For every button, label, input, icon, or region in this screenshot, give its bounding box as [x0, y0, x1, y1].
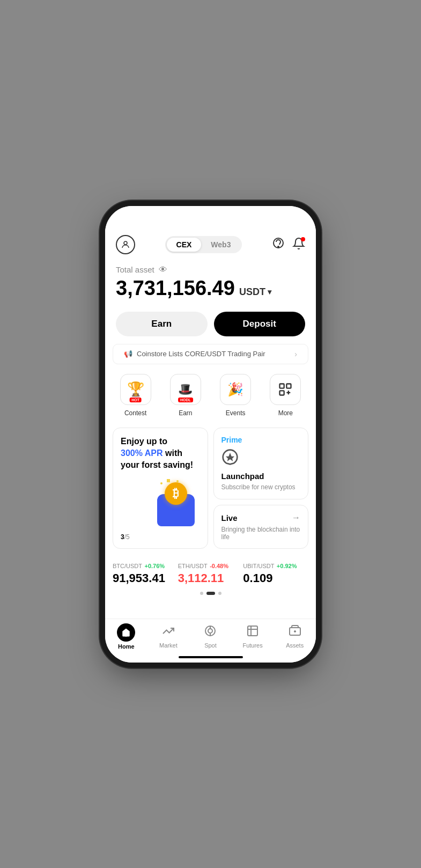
contest-icon: 🏆	[127, 381, 144, 398]
support-icon[interactable]	[272, 237, 285, 253]
mode-toggle: CEX Web3	[165, 236, 242, 253]
web3-tab[interactable]: Web3	[201, 238, 240, 252]
price-ticker: BTC/USDT +0.76% 91,953.41 ETH/USDT -0.48…	[105, 554, 316, 589]
apr-text: 300% APR	[121, 448, 163, 458]
cex-tab[interactable]: CEX	[167, 238, 202, 252]
svg-rect-3	[280, 384, 284, 388]
nav-futures-label: Futures	[242, 642, 262, 649]
futures-icon	[246, 624, 259, 641]
nav-market-label: Market	[159, 642, 178, 649]
nav-market[interactable]: Market	[147, 624, 190, 649]
header: CEX Web3	[105, 230, 316, 259]
nav-futures[interactable]: Futures	[232, 624, 274, 649]
contest-label: Contest	[124, 409, 146, 417]
eth-pair: ETH/USDT	[178, 563, 208, 569]
profile-icon[interactable]	[116, 235, 135, 254]
market-icon	[162, 624, 175, 641]
launchpad-card[interactable]: Prime Launchpad Subscribe for new crypto…	[213, 428, 309, 500]
notification-badge	[301, 237, 305, 241]
live-arrow: →	[292, 513, 300, 523]
home-indicator	[105, 652, 316, 663]
announcement-bar[interactable]: 📢 Coinstore Lists CORE/USDT Trading Pair…	[113, 344, 308, 364]
quick-access-more[interactable]: More	[267, 374, 304, 417]
btc-price: 91,953.41	[113, 571, 178, 585]
nav-home[interactable]: Home	[105, 623, 147, 650]
card-pagination: 33/5/5	[121, 533, 200, 541]
ubit-change: +0.92%	[277, 563, 297, 569]
announcement-arrow: ›	[294, 350, 297, 358]
svg-point-2	[278, 246, 279, 247]
earn-card-title: Enjoy up to 300% APR with your forst sav…	[121, 436, 200, 472]
currency-dropdown-icon[interactable]: ▾	[268, 288, 271, 296]
ticker-eth[interactable]: ETH/USDT -0.48% 3,112.11	[178, 561, 243, 585]
ubit-pair: UBIT/USDT	[243, 563, 274, 569]
nav-spot[interactable]: Spot	[189, 624, 232, 649]
action-buttons: Earn Deposit	[105, 304, 316, 344]
ticker-btc[interactable]: BTC/USDT +0.76% 91,953.41	[113, 561, 178, 585]
dot-1	[200, 592, 203, 595]
assets-icon	[289, 624, 301, 641]
notification-icon[interactable]	[292, 237, 305, 252]
more-icon	[278, 382, 293, 397]
earn-button[interactable]: Earn	[116, 312, 208, 336]
btc-pair: BTC/USDT	[113, 563, 142, 569]
hodl-badge: HODL	[178, 398, 193, 402]
svg-rect-10	[248, 626, 257, 636]
svg-point-7	[208, 629, 212, 633]
dot-2	[206, 592, 215, 595]
asset-currency-label: USDT	[239, 286, 265, 298]
svg-point-0	[124, 241, 127, 245]
live-card[interactable]: Live → Bringing the blockchain into life	[213, 505, 309, 549]
ticker-ubit[interactable]: UBIT/USDT +0.92% 0.109	[243, 561, 308, 585]
bottom-navigation: Home Market Spot	[105, 619, 316, 652]
live-title: Live	[221, 513, 238, 523]
eth-change: -0.48%	[210, 563, 228, 569]
announcement-text: Coinstore Lists CORE/USDT Trading Pair	[137, 350, 265, 358]
spot-icon	[204, 624, 217, 641]
home-icon	[117, 623, 135, 642]
announcement-icon: 📢	[124, 350, 132, 358]
scroll-indicator	[105, 589, 316, 597]
eye-icon[interactable]: 👁	[159, 265, 167, 275]
hot-badge: HOT	[129, 398, 142, 402]
prime-label: Prime	[221, 436, 301, 444]
nav-assets-label: Assets	[286, 642, 304, 649]
events-icon: 🎉	[227, 382, 243, 397]
svg-rect-4	[287, 384, 291, 388]
live-subtitle: Bringing the blockchain into life	[221, 526, 301, 541]
launchpad-title: Launchpad	[221, 472, 301, 481]
quick-access-earn[interactable]: 🎩 HODL Earn	[167, 374, 204, 417]
cards-section: Enjoy up to 300% APR with your forst sav…	[105, 422, 316, 555]
earn-label: Earn	[179, 409, 192, 417]
asset-section: Total asset 👁 3,731,156.49 USDT ▾	[105, 259, 316, 304]
events-label: Events	[226, 409, 246, 417]
svg-rect-5	[280, 391, 284, 395]
btc-change: +0.76%	[144, 563, 165, 569]
ubit-price: 0.109	[243, 571, 308, 585]
earn-promo-card[interactable]: Enjoy up to 300% APR with your forst sav…	[113, 428, 208, 549]
quick-access-contest[interactable]: 🏆 HOT Contest	[117, 374, 154, 417]
nav-assets[interactable]: Assets	[274, 624, 316, 649]
earn-icon: 🎩	[178, 382, 193, 396]
launchpad-icon	[221, 448, 301, 469]
quick-access-events[interactable]: 🎉 Events	[217, 374, 254, 417]
eth-price: 3,112.11	[178, 571, 243, 585]
more-label: More	[278, 409, 293, 417]
asset-label-text: Total asset	[116, 265, 154, 274]
nav-home-label: Home	[118, 643, 135, 650]
asset-amount-value: 3,731,156.49	[116, 277, 235, 300]
dot-3	[218, 592, 221, 595]
deposit-button[interactable]: Deposit	[214, 312, 306, 336]
quick-access: 🏆 HOT Contest 🎩 HODL Earn 🎉 Events	[105, 364, 316, 422]
nav-spot-label: Spot	[204, 642, 217, 649]
launchpad-subtitle: Subscribe for new cryptos	[221, 483, 301, 492]
home-bar	[179, 656, 243, 658]
